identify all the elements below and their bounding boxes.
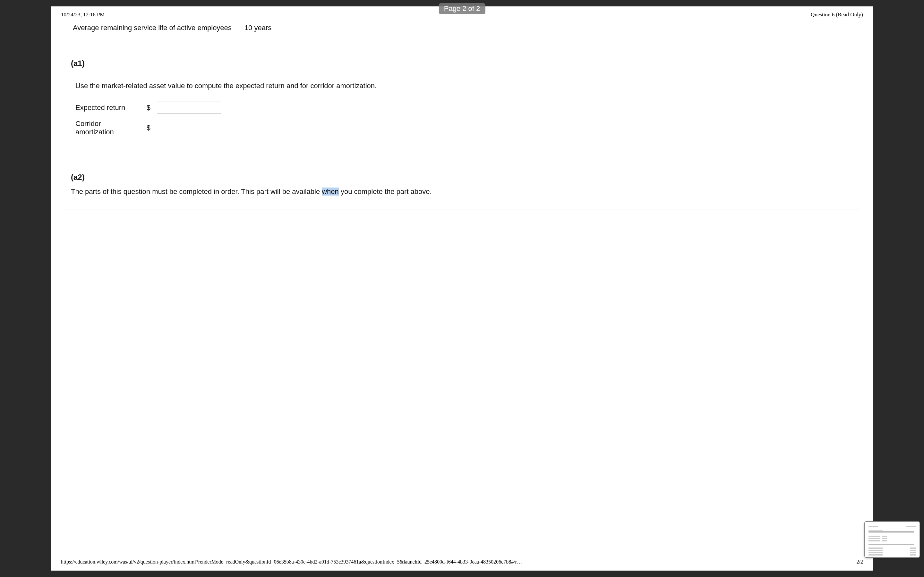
page-indicator-badge: Page 2 of 2: [439, 3, 485, 14]
service-life-value: 10 years: [244, 24, 271, 32]
service-life-label: Average remaining service life of active…: [73, 24, 232, 32]
section-a2-title: (a2): [65, 167, 859, 184]
section-a1-title: (a1): [65, 53, 859, 74]
a1-instruction: Use the market-related asset value to co…: [75, 82, 849, 90]
a2-text-post: you complete the part above.: [339, 187, 432, 195]
corridor-amortization-input[interactable]: [157, 122, 221, 134]
page-content: Average remaining service life of active…: [51, 18, 873, 210]
page-footer: https://education.wiley.com/was/ui/v2/qu…: [61, 559, 863, 565]
section-a1-body: Use the market-related asset value to co…: [65, 74, 859, 159]
a2-text-highlight: when: [322, 187, 339, 195]
print-timestamp: 10/24/23, 12:16 PM: [61, 11, 105, 18]
expected-return-row: Expected return $: [75, 102, 849, 114]
service-life-row: Average remaining service life of active…: [73, 18, 851, 32]
footer-page-number: 2/2: [857, 559, 863, 565]
section-a2-card: (a2) The parts of this question must be …: [65, 167, 859, 210]
info-card-top: Average remaining service life of active…: [65, 18, 859, 45]
currency-symbol: $: [146, 103, 150, 112]
a2-text-pre: The parts of this question must be compl…: [71, 187, 322, 195]
corridor-amortization-label: Corridor amortization: [75, 119, 140, 136]
currency-symbol: $: [146, 124, 150, 132]
corridor-amortization-row: Corridor amortization $: [75, 119, 849, 136]
print-title: Question 6 (Read Only): [811, 11, 863, 18]
page-thumbnail-preview[interactable]: [865, 522, 919, 557]
section-a1-card: (a1) Use the market-related asset value …: [65, 53, 859, 159]
document-page: 10/24/23, 12:16 PM Question 6 (Read Only…: [51, 6, 873, 571]
section-a2-body: The parts of this question must be compl…: [65, 184, 859, 210]
expected-return-label: Expected return: [75, 103, 140, 112]
footer-url: https://education.wiley.com/was/ui/v2/qu…: [61, 559, 522, 565]
expected-return-input[interactable]: [157, 102, 221, 114]
